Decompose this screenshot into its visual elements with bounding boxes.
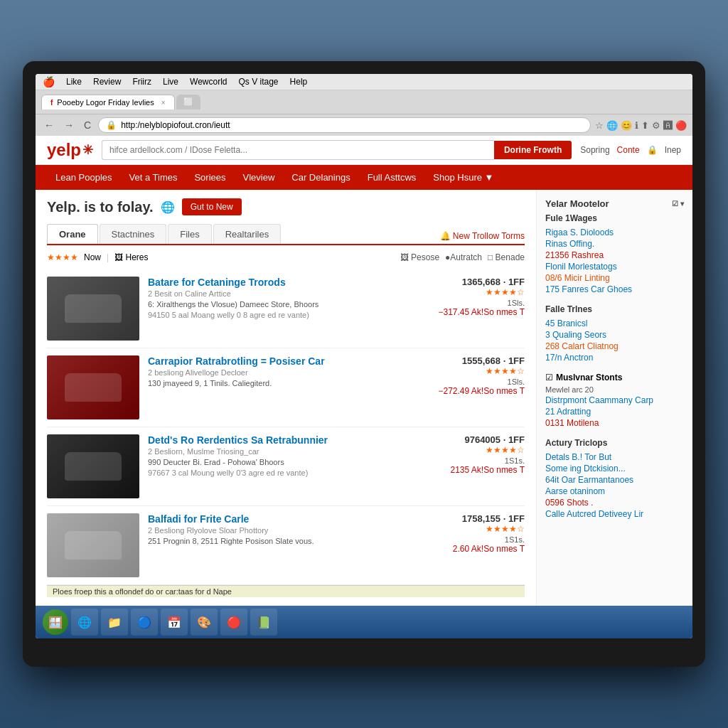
filter-row: ★★★★ Now | 🖼 Heres 🖼 Pesose ●Autratch □ … xyxy=(47,252,525,262)
sidebar-section3-checkbox[interactable]: ☑ xyxy=(545,373,553,382)
taskbar-icon-3[interactable]: 🔵 xyxy=(131,609,158,636)
tab-files[interactable]: Files xyxy=(168,224,211,244)
sidebar-link-1-1[interactable]: Rigaa S. Dioloods xyxy=(545,228,684,237)
sidebar-link-3-1[interactable]: Distrpmont Caammany Carp xyxy=(545,395,684,405)
nav-soriees[interactable]: Soriees xyxy=(186,165,234,190)
filter-pesose[interactable]: 🖼 Pesose xyxy=(400,252,439,262)
sidebar-section3-title: Muslvnar Stonts xyxy=(556,373,622,382)
lock-icon: 🔒 xyxy=(106,120,117,130)
taskbar-icon-1[interactable]: 🌐 xyxy=(71,609,98,636)
taskbar-icon-6[interactable]: 🔴 xyxy=(220,609,247,636)
apple-menu[interactable]: 🍎 xyxy=(43,76,55,87)
nav-lean[interactable]: Lean Pooples xyxy=(47,165,121,190)
listing-row: Balfadi for Frite Carle 2 Besliong Rlyol… xyxy=(47,506,525,585)
listing-desc-3: 990 Deucter Bi. Erad - Pohowa' Bhoors xyxy=(148,458,417,466)
filter-heres[interactable]: 🖼 Heres xyxy=(114,252,148,262)
menu-live[interactable]: Live xyxy=(163,77,178,87)
nav-car[interactable]: Car Delanings xyxy=(283,165,358,190)
filter-right: 🖼 Pesose ●Autratch □ Benade xyxy=(400,252,525,262)
menu-friirz[interactable]: Friirz xyxy=(132,77,151,87)
gut-button[interactable]: Gut to New xyxy=(182,198,242,215)
tab-new[interactable]: ⬜ xyxy=(176,95,200,109)
sidebar-link-4-3[interactable]: 64it Oar Earmantanoes xyxy=(545,475,684,485)
nav-shop[interactable]: Shop Hsure ▼ xyxy=(424,165,502,190)
nav-vet[interactable]: Vet a Times xyxy=(121,165,186,190)
tab-close-btn[interactable]: × xyxy=(161,99,166,107)
sidebar-link-2-4[interactable]: 17/n Anctron xyxy=(545,353,684,363)
sidebar-header: Yelar Mootelor ☑ ▾ xyxy=(545,198,684,209)
listing-meta-3: 97667 3 cal Moung welly 0'3 agre ed re v… xyxy=(148,469,417,477)
star-icon[interactable]: ☆ xyxy=(595,120,604,131)
address-input[interactable] xyxy=(121,120,583,130)
tabs-row: Orane Stactnines Files Realtariles 🔔 New… xyxy=(47,224,525,245)
ext2-icon[interactable]: 🔴 xyxy=(675,120,687,131)
tabs-right-link[interactable]: 🔔 New Trollow Torms xyxy=(440,231,525,244)
listing-stars-4: ★★★★☆ xyxy=(425,524,525,534)
listing-row: Batare for Cetaninge Trorods 2 Besit on … xyxy=(47,269,525,348)
refresh-button[interactable]: C xyxy=(81,118,94,132)
listing-title-2[interactable]: Carrapior Ratrabrotling = Posiser Car xyxy=(148,355,417,367)
menu-like[interactable]: Like xyxy=(66,77,82,87)
listing-desc-2: 130 jmayeed 9, 1 Tinils. Caliegiterd. xyxy=(148,379,417,387)
listing-image-1 xyxy=(47,277,139,341)
listing-sub-1: 2 Besit on Caline Arttice xyxy=(148,289,417,298)
sidebar-link-2-2[interactable]: 3 Qualing Seors xyxy=(545,330,684,340)
sidebar-link-2-1[interactable]: 45 Branicsl xyxy=(545,318,684,328)
sidebar-section-4: Actury Triclops Detals B.! Tor But Some … xyxy=(545,438,684,519)
tab-stactnines[interactable]: Stactnines xyxy=(100,224,167,244)
sidebar-link-4-2[interactable]: Some ing Dtckision... xyxy=(545,464,684,473)
tab-active[interactable]: f Pooeby Logor Friday Ievlies × xyxy=(41,95,175,109)
tab-orane[interactable]: Orane xyxy=(47,224,98,244)
sidebar-link-4-1[interactable]: Detals B.! Tor But xyxy=(545,452,684,462)
gear-icon[interactable]: ⚙ xyxy=(652,120,660,131)
taskbar-icon-5[interactable]: 🎨 xyxy=(191,609,218,636)
menu-image[interactable]: Qs V itage xyxy=(239,77,279,87)
back-button[interactable]: ← xyxy=(41,118,57,132)
listing-tag-4: 1S1s. xyxy=(425,535,525,544)
sidebar-link-1-5[interactable]: 08/6 Micir Linting xyxy=(545,273,684,283)
taskbar-icon-2[interactable]: 📁 xyxy=(101,609,128,636)
forward-button[interactable]: → xyxy=(61,118,77,132)
page-title: Yelp. is to folay. xyxy=(47,199,154,215)
sidebar-link-2-3[interactable]: 268 Calart Cliatnog xyxy=(545,341,684,351)
upload-icon[interactable]: ⬆ xyxy=(641,120,649,131)
listing-title-4[interactable]: Balfadi for Frite Carle xyxy=(148,513,417,525)
user-label[interactable]: Inep xyxy=(665,145,681,155)
menu-help[interactable]: Help xyxy=(290,77,308,87)
globe-icon[interactable]: 🌐 xyxy=(606,120,618,131)
sidebar-link-1-6[interactable]: 175 Fanres Car Ghoes xyxy=(545,284,684,294)
info-icon[interactable]: ℹ xyxy=(635,120,638,131)
header-link[interactable]: Conte xyxy=(617,145,640,155)
taskbar-icon-4[interactable]: 📅 xyxy=(161,609,188,636)
filter-benade[interactable]: □ Benade xyxy=(488,252,525,262)
ext1-icon[interactable]: 🅰 xyxy=(663,120,673,131)
menu-review[interactable]: Review xyxy=(93,77,121,87)
listing-price-4: 1758,155 · 1FF xyxy=(425,513,525,524)
sidebar-link-3-3[interactable]: 0131 Motilena xyxy=(545,418,684,428)
menu-wewcorld[interactable]: Wewcorld xyxy=(190,77,227,87)
taskbar-icon-7[interactable]: 📗 xyxy=(250,609,277,636)
filter-now[interactable]: Now xyxy=(84,252,101,262)
sidebar-select-icon[interactable]: ☑ ▾ xyxy=(672,200,684,208)
listing-body-1: Batare for Cetaninge Trorods 2 Besit on … xyxy=(148,277,417,341)
sidebar-link-4-4[interactable]: Aarse otaninom xyxy=(545,486,684,496)
nav-full[interactable]: Full Asttcws xyxy=(359,165,425,190)
listing-title-3[interactable]: Detd's Ro Rerdentics Sa Retrabunnier xyxy=(148,434,417,446)
smiley-icon[interactable]: 😊 xyxy=(621,120,632,131)
yelp-search-input[interactable] xyxy=(102,140,494,160)
yelp-search-button[interactable]: Dorine Frowth xyxy=(494,141,572,159)
start-button[interactable]: 🪟 xyxy=(43,609,68,635)
tab-realtariles[interactable]: Realtariles xyxy=(213,224,281,244)
listing-desc-1: 6: Xiralthengs the Vlosue) Dameec Store,… xyxy=(148,300,417,309)
sidebar-link-1-2[interactable]: Rinas Offing. xyxy=(545,239,684,249)
nav-vleview[interactable]: Vleview xyxy=(235,165,284,190)
sidebar-link-4-5[interactable]: 0596 Shots . xyxy=(545,498,684,508)
sidebar-link-4-6[interactable]: Calle Autcred Detiveey Lir xyxy=(545,509,684,519)
sidebar-link-3-2[interactable]: 21 Adratting xyxy=(545,407,684,417)
sidebar-link-1-3[interactable]: 21356 Rashrea xyxy=(545,250,684,260)
filter-autratch[interactable]: ●Autratch xyxy=(445,252,482,262)
sidebar-section1-title: Fule 1Wages xyxy=(545,213,684,223)
sidebar-link-1-4[interactable]: Flonil Morlestatogs xyxy=(545,262,684,272)
listing-title-1[interactable]: Batare for Cetaninge Trorods xyxy=(148,277,417,288)
yelp-header: yelp✳ Dorine Frowth Sopring Conte 🔒 Inep xyxy=(36,136,692,165)
